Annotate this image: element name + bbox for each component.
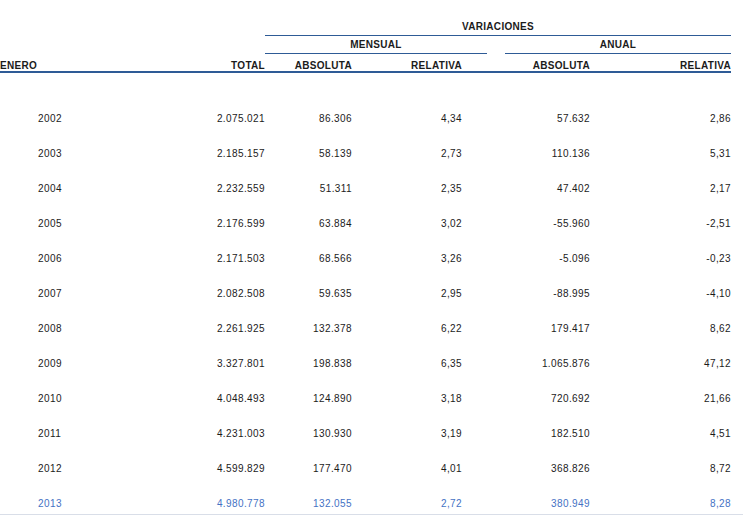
anual-absoluta-cell: 57.632 bbox=[462, 72, 590, 136]
table-row: 20022.075.02186.3064,3457.6322,86 bbox=[0, 72, 731, 136]
total-cell: 4.231.003 bbox=[100, 416, 265, 451]
mensual-relativa-cell: 2,72 bbox=[352, 486, 462, 517]
total-cell: 4.599.829 bbox=[100, 451, 265, 486]
anual-relativa-cell: -0,23 bbox=[590, 241, 731, 276]
year-cell: 2005 bbox=[0, 206, 100, 241]
mensual-absoluta-cell: 198.838 bbox=[265, 346, 352, 381]
mensual-absoluta-cell: 132.378 bbox=[265, 311, 352, 346]
total-cell: 2.082.508 bbox=[100, 276, 265, 311]
mensual-relativa-cell: 4,01 bbox=[352, 451, 462, 486]
mensual-absoluta-cell: 59.635 bbox=[265, 276, 352, 311]
mensual-relativa-cell: 2,95 bbox=[352, 276, 462, 311]
table-row: 20032.185.15758.1392,73110.1365,31 bbox=[0, 136, 731, 171]
year-cell: 2012 bbox=[0, 451, 100, 486]
anual-absoluta-cell: 380.949 bbox=[462, 486, 590, 517]
anual-relativa-cell: -2,51 bbox=[590, 206, 731, 241]
table-row: 20052.176.59963.8843,02-55.960-2,51 bbox=[0, 206, 731, 241]
column-header-anual-absoluta: ABSOLUTA bbox=[462, 56, 590, 72]
year-cell: 2008 bbox=[0, 311, 100, 346]
total-cell: 2.261.925 bbox=[100, 311, 265, 346]
total-cell: 2.075.021 bbox=[100, 72, 265, 136]
anual-absoluta-cell: 720.692 bbox=[462, 381, 590, 416]
report-page: VARIACIONES MENSUAL ANUAL ENERO TOTAL AB… bbox=[0, 0, 743, 517]
mensual-group-label: MENSUAL bbox=[350, 39, 402, 50]
table-row: 20134.980.778132.0552,72380.9498,28 bbox=[0, 486, 731, 517]
total-cell: 2.171.503 bbox=[100, 241, 265, 276]
bottom-divider bbox=[0, 514, 743, 515]
table-row: 20104.048.493124.8903,18720.69221,66 bbox=[0, 381, 731, 416]
anual-absoluta-cell: 110.136 bbox=[462, 136, 590, 171]
total-cell: 2.232.559 bbox=[100, 171, 265, 206]
mensual-relativa-cell: 3,19 bbox=[352, 416, 462, 451]
year-cell: 2010 bbox=[0, 381, 100, 416]
column-header-total: TOTAL bbox=[100, 56, 265, 72]
year-cell: 2009 bbox=[0, 346, 100, 381]
mensual-relativa-cell: 3,02 bbox=[352, 206, 462, 241]
year-cell: 2002 bbox=[0, 72, 100, 136]
anual-relativa-cell: 2,17 bbox=[590, 171, 731, 206]
anual-relativa-cell: 21,66 bbox=[590, 381, 731, 416]
mensual-relativa-cell: 3,26 bbox=[352, 241, 462, 276]
table-row: 20072.082.50859.6352,95-88.995-4,10 bbox=[0, 276, 731, 311]
anual-relativa-cell: 47,12 bbox=[590, 346, 731, 381]
anual-relativa-cell: 8,72 bbox=[590, 451, 731, 486]
year-cell: 2011 bbox=[0, 416, 100, 451]
column-header-anual-relativa: RELATIVA bbox=[590, 56, 731, 72]
total-cell: 4.980.778 bbox=[100, 486, 265, 517]
anual-relativa-cell: 2,86 bbox=[590, 72, 731, 136]
total-cell: 3.327.801 bbox=[100, 346, 265, 381]
mensual-absoluta-cell: 63.884 bbox=[265, 206, 352, 241]
total-cell: 4.048.493 bbox=[100, 381, 265, 416]
mensual-absoluta-cell: 51.311 bbox=[265, 171, 352, 206]
year-cell: 2006 bbox=[0, 241, 100, 276]
table-row: 20082.261.925132.3786,22179.4178,62 bbox=[0, 311, 731, 346]
anual-relativa-cell: 5,31 bbox=[590, 136, 731, 171]
year-cell: 2003 bbox=[0, 136, 100, 171]
anual-absoluta-cell: -5.096 bbox=[462, 241, 590, 276]
anual-relativa-cell: -4,10 bbox=[590, 276, 731, 311]
anual-relativa-cell: 4,51 bbox=[590, 416, 731, 451]
column-header-enero: ENERO bbox=[0, 56, 100, 72]
anual-group-header: ANUAL bbox=[505, 38, 731, 54]
table-row: 20114.231.003130.9303,19182.5104,51 bbox=[0, 416, 731, 451]
mensual-absoluta-cell: 132.055 bbox=[265, 486, 352, 517]
mensual-group-header: MENSUAL bbox=[265, 38, 487, 54]
anual-relativa-cell: 8,62 bbox=[590, 311, 731, 346]
column-header-row: ENERO TOTAL ABSOLUTA RELATIVA ABSOLUTA R… bbox=[0, 56, 731, 72]
mensual-relativa-cell: 6,22 bbox=[352, 311, 462, 346]
anual-absoluta-cell: 182.510 bbox=[462, 416, 590, 451]
mensual-relativa-cell: 2,73 bbox=[352, 136, 462, 171]
table-row: 20124.599.829177.4704,01368.8268,72 bbox=[0, 451, 731, 486]
year-cell: 2007 bbox=[0, 276, 100, 311]
total-cell: 2.176.599 bbox=[100, 206, 265, 241]
variaciones-group-label: VARIACIONES bbox=[462, 21, 534, 32]
mensual-absoluta-cell: 58.139 bbox=[265, 136, 352, 171]
mensual-absoluta-cell: 177.470 bbox=[265, 451, 352, 486]
mensual-relativa-cell: 4,34 bbox=[352, 72, 462, 136]
column-header-mensual-relativa: RELATIVA bbox=[352, 56, 462, 72]
mensual-relativa-cell: 2,35 bbox=[352, 171, 462, 206]
anual-absoluta-cell: 368.826 bbox=[462, 451, 590, 486]
anual-absoluta-cell: -88.995 bbox=[462, 276, 590, 311]
mensual-relativa-cell: 3,18 bbox=[352, 381, 462, 416]
anual-absoluta-cell: 47.402 bbox=[462, 171, 590, 206]
table-body: 20022.075.02186.3064,3457.6322,8620032.1… bbox=[0, 72, 731, 517]
year-cell: 2013 bbox=[0, 486, 100, 517]
table-header: ENERO TOTAL ABSOLUTA RELATIVA ABSOLUTA R… bbox=[0, 56, 731, 72]
table-row: 20042.232.55951.3112,3547.4022,17 bbox=[0, 171, 731, 206]
mensual-absoluta-cell: 68.566 bbox=[265, 241, 352, 276]
variaciones-group-header: VARIACIONES bbox=[265, 20, 731, 36]
data-table: ENERO TOTAL ABSOLUTA RELATIVA ABSOLUTA R… bbox=[0, 56, 731, 517]
anual-absoluta-cell: 179.417 bbox=[462, 311, 590, 346]
table-row: 20062.171.50368.5663,26-5.096-0,23 bbox=[0, 241, 731, 276]
anual-relativa-cell: 8,28 bbox=[590, 486, 731, 517]
year-cell: 2004 bbox=[0, 171, 100, 206]
table-row: 20093.327.801198.8386,351.065.87647,12 bbox=[0, 346, 731, 381]
mensual-absoluta-cell: 124.890 bbox=[265, 381, 352, 416]
column-header-mensual-absoluta: ABSOLUTA bbox=[265, 56, 352, 72]
mensual-absoluta-cell: 130.930 bbox=[265, 416, 352, 451]
total-cell: 2.185.157 bbox=[100, 136, 265, 171]
anual-group-label: ANUAL bbox=[600, 39, 637, 50]
mensual-relativa-cell: 6,35 bbox=[352, 346, 462, 381]
anual-absoluta-cell: -55.960 bbox=[462, 206, 590, 241]
